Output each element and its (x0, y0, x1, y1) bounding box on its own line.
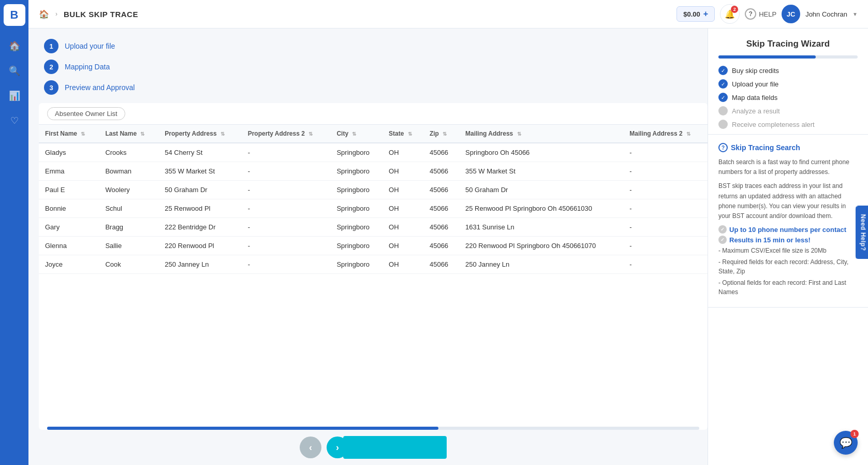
cell-0-4: Springboro (330, 143, 382, 162)
table-header-row: First Name ⇅ Last Name ⇅ Property Addres… (39, 125, 708, 143)
step-1-circle: 1 (44, 39, 58, 53)
feature-results-link[interactable]: ✓ Results in 15 min or less! (718, 236, 858, 244)
cell-0-2: 54 Cherry St (158, 143, 241, 162)
cell-6-5: OH (382, 255, 423, 274)
table-row: BonnieSchul25 Renwood Pl-SpringboroOH450… (39, 199, 708, 218)
help-button[interactable]: ? HELP (745, 8, 776, 20)
step-2: 2 Mapping Data (44, 60, 708, 74)
table-wrapper[interactable]: First Name ⇅ Last Name ⇅ Property Addres… (39, 125, 708, 427)
step-2-label[interactable]: Mapping Data (65, 63, 110, 71)
table-container: Absentee Owner List First Name ⇅ Last Na… (39, 103, 708, 430)
cell-5-6: 45066 (423, 237, 459, 255)
cell-3-5: OH (382, 199, 423, 218)
col-property-address[interactable]: Property Address ⇅ (158, 125, 241, 143)
cell-3-7: 25 Renwood Pl Springboro Oh 450661030 (459, 199, 623, 218)
prev-button[interactable]: ‹ (300, 437, 321, 458)
wstep-icon-analyze (718, 106, 728, 115)
chat-fab[interactable]: 💬 1 (834, 431, 858, 455)
step-1: 1 Upload your file (44, 39, 708, 53)
search-description-2: BST skip traces each address in your lis… (718, 181, 858, 221)
left-panel: 1 Upload your file 2 Mapping Data 3 Prev… (28, 28, 708, 465)
cell-6-1: Cook (99, 255, 158, 274)
user-name: John Cochran (805, 10, 847, 18)
balance-plus-icon: + (703, 9, 708, 19)
cell-2-0: Paul E (39, 181, 99, 199)
steps-list: 1 Upload your file 2 Mapping Data 3 Prev… (39, 39, 708, 95)
step-2-circle: 2 (44, 60, 58, 74)
user-menu-chevron[interactable]: ▼ (852, 11, 858, 17)
cell-1-4: Springboro (330, 162, 382, 181)
wizard-step-upload: ✓ Upload your file (718, 79, 858, 89)
topbar-chevron: › (55, 10, 57, 18)
main-wrapper: 🏠 › BULK SKIP TRACE $0.00 + 🔔 2 ? HELP J… (28, 0, 868, 465)
cell-4-1: Bragg (99, 218, 158, 237)
bullet-3: - Optional fields for each record: First… (718, 278, 858, 297)
feature-phones-check-icon: ✓ (718, 225, 727, 234)
balance-button[interactable]: $0.00 + (676, 6, 715, 22)
cell-1-3: - (242, 162, 331, 181)
col-state[interactable]: State ⇅ (382, 125, 423, 143)
cell-2-7: 50 Graham Dr (459, 181, 623, 199)
cell-6-0: Joyce (39, 255, 99, 274)
cell-5-0: Glenna (39, 237, 99, 255)
wizard-step-completeness: Receive completeness alert (718, 120, 858, 129)
search-section-title-text: Skip Tracing Search (731, 143, 800, 152)
progress-bar-track (718, 55, 858, 59)
feature-results-check-icon: ✓ (718, 236, 727, 244)
cell-5-4: Springboro (330, 237, 382, 255)
wstep-icon-upload: ✓ (718, 79, 728, 89)
sidebar-chart-icon[interactable]: 📊 (5, 86, 24, 106)
cell-6-7: 250 Janney Ln (459, 255, 623, 274)
col-last-name[interactable]: Last Name ⇅ (99, 125, 158, 143)
bullet-2: - Required fields for each record: Addre… (718, 257, 858, 276)
step-1-label[interactable]: Upload your file (65, 42, 115, 50)
content-area: 1 Upload your file 2 Mapping Data 3 Prev… (28, 28, 868, 465)
user-avatar[interactable]: JC (782, 5, 800, 23)
col-first-name[interactable]: First Name ⇅ (39, 125, 99, 143)
cell-2-8: - (623, 181, 708, 199)
feature-phones-link[interactable]: ✓ Up to 10 phone numbers per contact (718, 225, 858, 234)
cell-1-6: 45066 (423, 162, 459, 181)
cell-0-3: - (242, 143, 331, 162)
notifications-badge: 2 (731, 6, 738, 13)
cell-5-1: Sallie (99, 237, 158, 255)
wstep-label-completeness: Receive completeness alert (732, 121, 815, 128)
sidebar-heart-icon[interactable]: ♡ (5, 111, 24, 130)
step-3-label[interactable]: Preview and Approval (65, 83, 135, 92)
cell-4-6: 45066 (423, 218, 459, 237)
col-city[interactable]: City ⇅ (330, 125, 382, 143)
col-zip[interactable]: Zip ⇅ (423, 125, 459, 143)
wstep-label-buy-credits: Buy skip credits (732, 67, 779, 75)
cell-0-6: 45066 (423, 143, 459, 162)
list-name-bar: Absentee Owner List (39, 103, 708, 125)
need-help-tab[interactable]: Need Help? (855, 206, 868, 259)
feature-results-text: Results in 15 min or less! (729, 236, 811, 244)
cell-4-5: OH (382, 218, 423, 237)
wstep-icon-completeness (718, 120, 728, 129)
wizard-steps: ✓ Buy skip credits ✓ Upload your file ✓ … (718, 66, 858, 129)
col-mailing-address[interactable]: Mailing Address ⇅ (459, 125, 623, 143)
cell-5-3: - (242, 237, 331, 255)
progress-bar-fill (718, 55, 816, 59)
notifications-button[interactable]: 🔔 2 (720, 4, 740, 24)
app-logo[interactable]: B (4, 4, 25, 26)
sidebar-home-icon[interactable]: 🏠 (5, 36, 24, 56)
wstep-icon-buy-credits: ✓ (718, 66, 728, 75)
search-info-section: ? Skip Tracing Search Batch search is a … (708, 135, 868, 308)
cell-3-4: Springboro (330, 199, 382, 218)
col-mailing-address-2[interactable]: Mailing Address 2 ⇅ (623, 125, 708, 143)
wizard-step-buy-credits: ✓ Buy skip credits (718, 66, 858, 75)
table-row: GaryBragg222 Bentridge Dr-SpringboroOH45… (39, 218, 708, 237)
wizard-title: Skip Tracing Wizard (718, 39, 858, 49)
cell-2-2: 50 Graham Dr (158, 181, 241, 199)
page-title: BULK SKIP TRACE (64, 10, 138, 19)
wizard-step-analyze: Analyze a result (718, 106, 858, 115)
sidebar-search-icon[interactable]: 🔍 (5, 61, 24, 81)
cell-4-0: Gary (39, 218, 99, 237)
col-property-address-2[interactable]: Property Address 2 ⇅ (242, 125, 331, 143)
sidebar: B 🏠 🔍 📊 ♡ (0, 0, 28, 465)
topbar-home-icon[interactable]: 🏠 (39, 9, 49, 19)
cell-6-2: 250 Janney Ln (158, 255, 241, 274)
topbar: 🏠 › BULK SKIP TRACE $0.00 + 🔔 2 ? HELP J… (28, 0, 868, 28)
cell-4-2: 222 Bentridge Dr (158, 218, 241, 237)
